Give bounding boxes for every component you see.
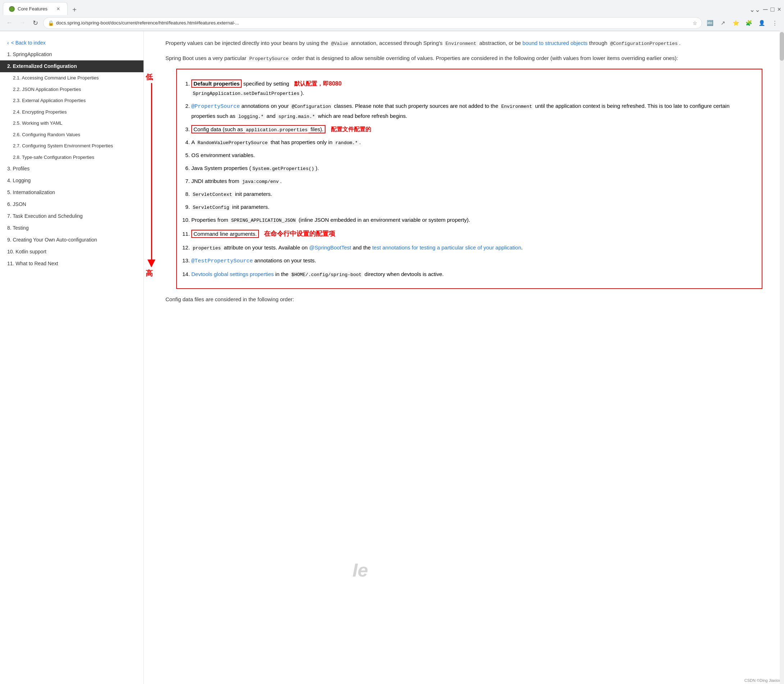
priority-high-label: 高 (145, 268, 153, 278)
collapse-icon[interactable]: ⌄⌄ (750, 6, 760, 14)
item3-annotation: 配置文件配置的 (331, 126, 371, 132)
list-item-13: @TestPropertySource annotations on your … (191, 256, 755, 266)
content-area: Property values can be injected directly… (144, 31, 784, 684)
item4-random: random.* (334, 140, 359, 146)
item13-link[interactable]: @TestPropertySource (191, 257, 253, 263)
minimize-icon[interactable]: ─ (763, 6, 768, 14)
item14-code: $HOME/.config/spring-boot (290, 272, 363, 278)
value-annotation: @Value (330, 40, 349, 47)
item3-code: application.properties (244, 127, 309, 133)
new-tab-button[interactable]: + (69, 4, 80, 15)
item11-box: Command line arguments. (191, 230, 259, 238)
item6-code: System.getProperties() (251, 166, 316, 172)
extensions-icon[interactable]: 🧩 (744, 18, 754, 28)
item1-annotation: 默认配置，即8080 (294, 81, 342, 87)
sidebar-item-spring-application[interactable]: 1. SpringApplication (0, 48, 144, 60)
back-to-index-link[interactable]: ‹ < Back to index (0, 37, 144, 48)
item10-code: SPRING_APPLICATION_JSON (230, 218, 297, 224)
item2-logging: logging.* (237, 114, 265, 120)
property-source-code: PropertySource (248, 56, 290, 62)
footer-text: Config data files are considered in the … (165, 295, 762, 304)
sidebar-item-what-next[interactable]: 11. What to Read Next (0, 258, 144, 269)
intro-paragraph-2: Spring Boot uses a very particular Prope… (165, 53, 762, 63)
sidebar-item-task-exec[interactable]: 7. Task Execution and Scheduling (0, 210, 144, 222)
list-item-2: @PropertySource annotations on your @Con… (191, 102, 755, 121)
item4-code: RandomValuePropertySource (196, 140, 269, 146)
item12-link1[interactable]: @SpringBootTest (309, 244, 351, 250)
property-source-list: Default properties specified by setting … (184, 79, 755, 279)
favicon: 🌿 (9, 6, 15, 12)
reload-button[interactable]: ↻ (30, 18, 40, 28)
sidebar-item-external-app-props[interactable]: 2.3. External Application Properties (0, 95, 144, 106)
sidebar: ‹ < Back to index 1. SpringApplication 2… (0, 31, 144, 684)
bottom-credit: CSDN ©Ding Jiaxion (744, 678, 781, 682)
sidebar-item-json[interactable]: 6. JSON (0, 198, 144, 210)
maximize-icon[interactable]: □ (771, 6, 775, 14)
forward-button[interactable]: → (17, 18, 27, 28)
item1-code: SpringApplication.setDefaultProperties (191, 90, 301, 97)
item7-code: java:comp/env (241, 179, 280, 185)
list-item-6: Java System properties (System.getProper… (191, 163, 755, 173)
share-icon[interactable]: ↗ (718, 18, 728, 28)
item12-link2[interactable]: test annotations for testing a particula… (372, 244, 521, 250)
list-item-12: properties attribute on your tests. Avai… (191, 243, 755, 252)
tab-close-icon[interactable]: × (55, 6, 61, 12)
sidebar-item-profiles[interactable]: 3. Profiles (0, 163, 144, 175)
environment-code: Environment (444, 40, 478, 47)
item1-box: Default properties (191, 79, 242, 88)
item2-code: @PropertySource (191, 103, 240, 110)
address-bar[interactable]: 🔒 docs.spring.io/spring-boot/docs/curren… (43, 17, 702, 29)
sidebar-item-auto-config[interactable]: 9. Creating Your Own Auto-configuration (0, 234, 144, 246)
sidebar-item-externalized-config[interactable]: 2. Externalized Configuration (0, 60, 144, 72)
intro-paragraph-1: Property values can be injected directly… (165, 39, 762, 48)
sidebar-item-encrypting-props[interactable]: 2.4. Encrypting Properties (0, 106, 144, 118)
translate-icon[interactable]: 🔤 (705, 18, 715, 28)
item8-code: ServletContext (191, 192, 233, 198)
sidebar-item-accessing-cmd[interactable]: 2.1. Accessing Command Line Properties (0, 72, 144, 84)
lock-icon: 🔒 (48, 20, 54, 26)
sidebar-item-kotlin[interactable]: 10. Kotlin support (0, 246, 144, 258)
menu-icon[interactable]: ⋮ (769, 18, 780, 28)
sidebar-item-type-safe[interactable]: 2.8. Type-safe Configuration Properties (0, 152, 144, 163)
config-props-code: @ConfigurationProperties (609, 40, 679, 47)
bound-to-link[interactable]: bound to structured objects (522, 40, 588, 46)
item9-code: ServletConfig (191, 205, 231, 211)
bookmark-icon[interactable]: ☆ (693, 20, 697, 26)
item12-code: properties (191, 245, 222, 251)
item2-spring-main: spring.main.* (277, 114, 316, 120)
list-item-14: Devtools global settings properties in t… (191, 269, 755, 279)
list-item-3: Config data (such as application.propert… (191, 124, 755, 134)
sidebar-item-json-app-props[interactable]: 2.2. JSON Application Properties (0, 84, 144, 95)
main-annotation-box: Default properties specified by setting … (176, 69, 762, 289)
tab-title: Core Features (18, 6, 52, 11)
sidebar-item-i18n[interactable]: 5. Internationalization (0, 187, 144, 198)
back-icon: ‹ (7, 40, 9, 46)
item3-box: Config data (such as application.propert… (191, 125, 325, 133)
sidebar-item-testing[interactable]: 8. Testing (0, 222, 144, 234)
item2-env: Environment (500, 103, 534, 110)
list-item-1: Default properties specified by setting … (191, 79, 755, 98)
back-button[interactable]: ← (4, 18, 15, 28)
list-item-7: JNDI attributes from java:comp/env. (191, 176, 755, 186)
item2-config: @Configuration (290, 103, 332, 110)
profile-icon[interactable]: 👤 (757, 18, 767, 28)
sidebar-item-config-system-env[interactable]: 2.7. Configuring System Environment Prop… (0, 140, 144, 152)
bookmark-star-icon[interactable]: ⭐ (731, 18, 741, 28)
list-item-5: OS environment variables. (191, 151, 755, 160)
list-item-8: ServletContext init parameters. (191, 189, 755, 199)
item14-link[interactable]: Devtools global settings properties (191, 271, 274, 277)
list-item-4: A RandomValuePropertySource that has pro… (191, 138, 755, 147)
address-text: docs.spring.io/spring-boot/docs/current/… (56, 20, 690, 26)
sidebar-item-logging[interactable]: 4. Logging (0, 175, 144, 187)
sidebar-item-working-yaml[interactable]: 2.5. Working with YAML (0, 118, 144, 129)
list-item-9: ServletConfig init parameters. (191, 202, 755, 212)
close-icon[interactable]: × (777, 6, 781, 14)
list-item-10: Properties from SPRING_APPLICATION_JSON … (191, 215, 755, 225)
item11-annotation: 在命令行中设置的配置项 (264, 230, 335, 237)
sidebar-item-config-random[interactable]: 2.6. Configuring Random Values (0, 129, 144, 140)
priority-low-label: 低 (145, 72, 153, 82)
list-item-11: Command line arguments. 在命令行中设置的配置项 (191, 228, 755, 239)
browser-tab[interactable]: 🌿 Core Features × (3, 2, 68, 15)
watermark-ie: Ie (352, 559, 368, 581)
